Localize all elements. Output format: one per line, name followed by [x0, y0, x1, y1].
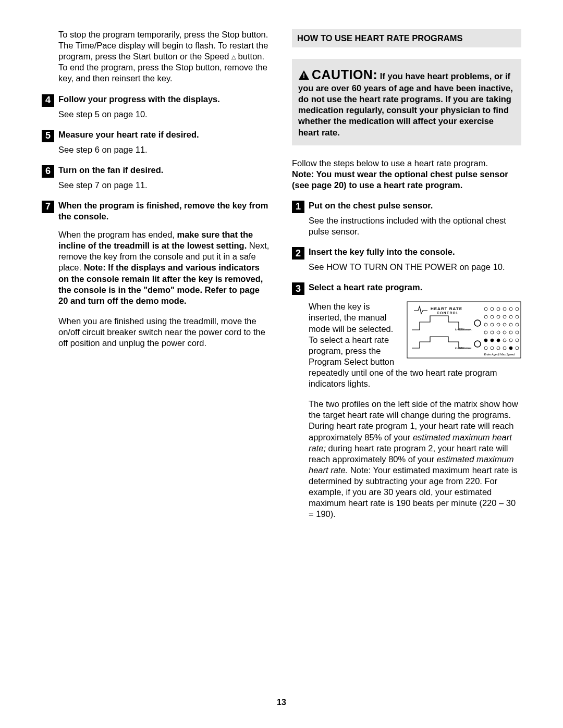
step-7-header: 7 When the program is finished, remove t… [42, 200, 271, 222]
step-4-title: Follow your progress with the displays. [58, 94, 220, 105]
svg-point-33 [509, 339, 512, 342]
svg-point-29 [484, 339, 487, 342]
svg-point-16 [516, 315, 519, 318]
caution-box: ! CAUTION: If you have heart problems, o… [292, 59, 521, 145]
hr-step-2-title: Insert the key fully into the console. [309, 246, 455, 257]
svg-point-34 [516, 339, 519, 342]
hr-intro-bold: Note: You must wear the optional chest p… [292, 169, 508, 190]
svg-point-27 [509, 331, 512, 334]
svg-point-15 [509, 315, 512, 318]
svg-point-21 [509, 323, 512, 326]
hr-intro: Follow the steps below to use a heart ra… [292, 158, 521, 191]
hr-step-2-header: 2 Insert the key fully into the console. [292, 246, 521, 260]
svg-point-24 [491, 331, 494, 334]
step-7-body: When the program has ended, make sure th… [42, 229, 271, 349]
graphic-enter-label: Enter Age & Max Speed [484, 353, 516, 356]
step-6-header: 6 Turn on the fan if desired. [42, 165, 271, 178]
hr-step-3-p1-wrap: HEART RATE CONTROL to 85% max. to 80% ma… [309, 301, 521, 389]
svg-point-40 [516, 347, 519, 350]
step-4-header: 4 Follow your progress with the displays… [42, 94, 271, 107]
svg-point-6 [491, 307, 494, 311]
svg-point-7 [497, 307, 500, 311]
hr-step-1-title: Put on the chest pulse sensor. [309, 200, 433, 211]
svg-point-17 [484, 323, 487, 326]
step-number-badge: 3 [292, 282, 304, 295]
hr-step-1-body: See the instructions included with the o… [292, 215, 521, 237]
svg-point-19 [497, 323, 500, 326]
step-6-body: See step 7 on page 11. [42, 180, 271, 191]
hr-step-2-body: See HOW TO TURN ON THE POWER on page 10. [292, 262, 521, 273]
step-7-p1: When the program has ended, make sure th… [58, 229, 271, 306]
step-7-p2: When you are finished using the treadmil… [58, 316, 271, 349]
svg-point-30 [491, 339, 494, 342]
svg-point-18 [491, 323, 494, 326]
hr-step-1-header: 1 Put on the chest pulse sensor. [292, 200, 521, 213]
hr-step-3-title: Select a heart rate program. [309, 282, 422, 293]
svg-point-9 [509, 307, 512, 311]
step-number-badge: 2 [292, 247, 304, 260]
step-number-badge: 6 [42, 165, 54, 178]
svg-point-37 [497, 347, 500, 350]
hr-intro-line: Follow the steps below to use a heart ra… [292, 158, 488, 168]
step-5-body: See step 6 on page 11. [42, 144, 271, 155]
section-header: HOW TO USE HEART RATE PROGRAMS [292, 29, 521, 47]
svg-point-10 [516, 307, 519, 311]
right-column: HOW TO USE HEART RATE PROGRAMS ! CAUTION… [292, 29, 521, 529]
svg-point-28 [516, 331, 519, 334]
svg-point-26 [503, 331, 506, 334]
graphic-label-top: HEART RATE [431, 306, 462, 311]
hr-step-3-body: HEART RATE CONTROL to 85% max. to 80% ma… [292, 301, 521, 520]
p7a-bold2: Note: If the displays and various indica… [58, 263, 263, 305]
svg-point-38 [503, 347, 506, 350]
step-number-badge: 4 [42, 94, 54, 107]
svg-point-11 [484, 315, 487, 318]
svg-point-23 [484, 331, 487, 334]
step-5-header: 5 Measure your heart rate if desired. [42, 129, 271, 142]
step-7-title: When the program is finished, remove the… [58, 200, 271, 222]
hr-step-3-header: 3 Select a heart rate program. [292, 282, 521, 295]
step-4-body: See step 5 on page 10. [42, 109, 271, 120]
speed-up-triangle-icon: △ [231, 53, 236, 60]
svg-point-36 [491, 347, 494, 350]
svg-point-39 [509, 347, 512, 350]
svg-point-25 [497, 331, 500, 334]
left-column: To stop the program temporarily, press t… [42, 29, 271, 529]
svg-text:!: ! [303, 72, 305, 80]
svg-point-5 [484, 307, 487, 311]
svg-point-31 [497, 339, 500, 342]
page-content: To stop the program temporarily, press t… [0, 0, 563, 529]
p7a-pre: When the program has ended, [58, 230, 177, 239]
graphic-label-sub: CONTROL [437, 311, 459, 315]
graphic-85-label: to 85% max. [455, 328, 472, 331]
step-number-badge: 7 [42, 201, 54, 213]
intro-paragraph: To stop the program temporarily, press t… [42, 29, 271, 84]
svg-point-8 [503, 307, 506, 311]
heart-rate-control-graphic: HEART RATE CONTROL to 85% max. to 80% ma… [407, 301, 521, 359]
svg-point-14 [503, 315, 506, 318]
svg-point-32 [503, 339, 506, 342]
hr-step-3-p2: The two profiles on the left side of the… [309, 399, 521, 520]
svg-point-13 [497, 315, 500, 318]
step-number-badge: 5 [42, 130, 54, 142]
step-6-title: Turn on the fan if desired. [58, 165, 163, 176]
svg-point-20 [503, 323, 506, 326]
svg-point-22 [516, 323, 519, 326]
svg-point-35 [484, 347, 487, 350]
graphic-80-label: to 80% max. [455, 347, 472, 350]
step-5-title: Measure your heart rate if desired. [58, 129, 199, 140]
page-number: 13 [0, 698, 563, 707]
svg-point-12 [491, 315, 494, 318]
caution-word: CAUTION: [312, 67, 377, 82]
step-number-badge: 1 [292, 201, 304, 213]
warning-triangle-icon: ! [298, 70, 310, 83]
